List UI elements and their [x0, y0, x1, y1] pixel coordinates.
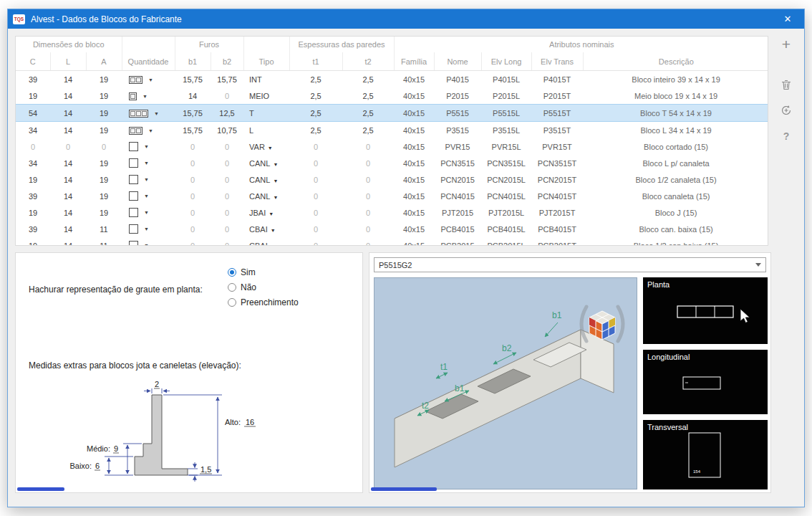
cell-elv-trans[interactable]: PCN2015T — [531, 171, 583, 188]
cell-b2[interactable]: 0 — [211, 204, 243, 221]
table-row[interactable]: 341419▼00CANL▼0040x15PCN3515PCN3515LPCN3… — [16, 155, 768, 171]
cell-descricao[interactable]: Bloco J (15) — [583, 204, 768, 221]
cell-b1[interactable]: 0 — [175, 155, 211, 171]
quantity-dropdown-arrow[interactable]: ▼ — [144, 161, 149, 166]
cell-familia[interactable]: 40x15 — [394, 87, 434, 105]
table-row[interactable]: 191411▼00CBAI▼0040x15PCB2015PCB2015LPCB2… — [16, 237, 768, 246]
cell-familia[interactable]: 40x15 — [394, 71, 434, 88]
cell-b2[interactable]: 0 — [211, 171, 243, 188]
preview-transversal[interactable]: Transversal 154 — [643, 420, 768, 489]
cell-descricao[interactable]: Bloco L 34 x 14 x 19 — [583, 122, 768, 139]
table-row[interactable]: 391411▼00CBAI▼0040x15PCB4015PCB4015LPCB4… — [16, 221, 768, 237]
cell-l[interactable]: 14 — [50, 105, 86, 122]
cell-t2[interactable]: 2,5 — [342, 105, 394, 122]
table-row[interactable]: 191419▼00JBAI▼0040x15PJT2015PJT2015LPJT2… — [16, 204, 768, 221]
cell-b2[interactable]: 12,5 — [211, 105, 243, 122]
cell-c[interactable]: 19 — [16, 237, 50, 246]
cell-familia[interactable]: 40x15 — [394, 155, 434, 171]
cell-quantidade[interactable]: ▼ — [122, 188, 175, 204]
cell-a[interactable]: 11 — [86, 221, 122, 237]
table-row[interactable]: 191419▼00CANL▼0040x15PCN2015PCN2015LPCN2… — [16, 171, 768, 188]
title-bar[interactable]: TQS Alvest - Dados de Blocos do Fabrican… — [8, 9, 804, 29]
quantity-dropdown-arrow[interactable]: ▼ — [144, 210, 149, 215]
quantity-empty-checkbox[interactable] — [129, 241, 138, 246]
quantity-dropdown-arrow[interactable]: ▼ — [144, 144, 149, 149]
cell-descricao[interactable]: Bloco L p/ canaleta — [583, 155, 768, 171]
cell-elv-trans[interactable]: PCN4015T — [531, 188, 583, 204]
cell-t2[interactable]: 0 — [342, 221, 394, 237]
cell-t1[interactable]: 0 — [289, 138, 342, 155]
cell-b1[interactable]: 0 — [175, 188, 211, 204]
cell-elv-trans[interactable]: PCN3515T — [531, 155, 583, 171]
cell-c[interactable]: 34 — [16, 155, 50, 171]
cell-l[interactable]: 14 — [50, 237, 86, 246]
cell-t1[interactable]: 0 — [289, 188, 342, 204]
cell-t2[interactable]: 0 — [342, 188, 394, 204]
cell-descricao[interactable]: Bloco T 54 x 14 x 19 — [583, 105, 768, 122]
radio-preenchimento[interactable]: Preenchimento — [228, 295, 299, 310]
cell-b1[interactable]: 0 — [175, 204, 211, 221]
cell-b2[interactable]: 0 — [211, 155, 243, 171]
cell-elv-long[interactable]: PCB2015L — [481, 237, 531, 246]
cell-elv-long[interactable]: P3515L — [481, 122, 531, 139]
cell-b1[interactable]: 15,75 — [175, 105, 211, 122]
cell-b1[interactable]: 15,75 — [175, 71, 211, 88]
cell-nome[interactable]: P2015 — [434, 87, 481, 105]
cell-familia[interactable]: 40x15 — [394, 237, 434, 246]
horizontal-scrollbar-thumb[interactable] — [371, 487, 437, 491]
quantity-empty-checkbox[interactable] — [129, 158, 138, 168]
cell-elv-long[interactable]: PVR15L — [481, 138, 531, 155]
cell-t2[interactable]: 2,5 — [342, 122, 394, 139]
cell-t1[interactable]: 2,5 — [289, 87, 342, 105]
cell-familia[interactable]: 40x15 — [394, 171, 434, 188]
cell-elv-long[interactable]: PCB4015L — [481, 221, 531, 237]
cell-a[interactable]: 19 — [86, 188, 122, 204]
tipo-dropdown-arrow[interactable]: ▼ — [268, 145, 273, 150]
cell-descricao[interactable]: Bloco cortado (15) — [583, 138, 768, 155]
quantity-cells-icon[interactable] — [129, 127, 142, 135]
cell-l[interactable]: 14 — [50, 122, 86, 139]
radio-circle[interactable] — [228, 298, 236, 307]
cell-t1[interactable]: 0 — [289, 221, 342, 237]
add-row-button[interactable]: + — [777, 36, 796, 53]
cell-elv-long[interactable]: PCN3515L — [481, 155, 531, 171]
dim-bottom-field[interactable]: 1,5 — [200, 465, 211, 474]
cell-t2[interactable]: 0 — [342, 138, 394, 155]
quantity-dropdown-arrow[interactable]: ▼ — [144, 226, 149, 231]
quantity-empty-checkbox[interactable] — [129, 175, 138, 184]
cell-quantidade[interactable]: ▼ — [122, 155, 175, 171]
cell-quantidade[interactable]: ▼ — [122, 171, 175, 188]
quantity-empty-checkbox[interactable] — [129, 224, 138, 234]
cell-nome[interactable]: P3515 — [434, 122, 481, 139]
cell-elv-trans[interactable]: PCB2015T — [531, 237, 583, 246]
cell-t2[interactable]: 0 — [342, 171, 394, 188]
cell-elv-long[interactable]: PCN4015L — [481, 188, 531, 204]
cell-elv-long[interactable]: P5515L — [481, 105, 531, 122]
quantity-cells-icon[interactable] — [129, 110, 148, 118]
radio-nao[interactable]: Não — [228, 280, 299, 295]
quantity-dropdown-arrow[interactable]: ▼ — [144, 194, 149, 199]
quantity-empty-checkbox[interactable] — [129, 142, 138, 151]
tipo-dropdown-arrow[interactable]: ▼ — [273, 162, 278, 167]
table-row[interactable]: 000▼00VAR▼0040x15PVR15PVR15LPVR15TBloco … — [16, 138, 768, 155]
tipo-dropdown-arrow[interactable]: ▼ — [271, 228, 276, 233]
cell-nome[interactable]: P5515 — [434, 105, 481, 122]
iso-3d-viewport[interactable]: b1 b2 t1 b1 t2 — [374, 277, 637, 489]
cell-descricao[interactable]: Meio bloco 19 x 14 x 19 — [583, 87, 768, 105]
cell-quantidade[interactable]: ▼ — [122, 87, 175, 105]
cell-b1[interactable]: 15,75 — [175, 122, 211, 139]
cell-familia[interactable]: 40x15 — [394, 221, 434, 237]
preview-longitudinal[interactable]: Longitudinal — [643, 350, 768, 414]
cell-quantidade[interactable]: ▼ — [122, 138, 175, 155]
cell-b2[interactable]: 10,75 — [211, 122, 243, 139]
cell-b2[interactable]: 0 — [211, 221, 243, 237]
dim-baixo-field[interactable]: 6 — [95, 462, 100, 470]
tipo-dropdown-arrow[interactable]: ▼ — [273, 195, 278, 200]
cell-quantidade[interactable]: ▼ — [122, 204, 175, 221]
cell-tipo[interactable]: CBAI▼ — [243, 221, 289, 237]
quantity-dropdown-arrow[interactable]: ▼ — [154, 111, 159, 116]
cell-c[interactable]: 39 — [16, 71, 50, 88]
quantity-empty-checkbox[interactable] — [129, 208, 138, 217]
help-button[interactable]: ? — [777, 128, 796, 145]
cell-t2[interactable]: 2,5 — [342, 71, 394, 88]
